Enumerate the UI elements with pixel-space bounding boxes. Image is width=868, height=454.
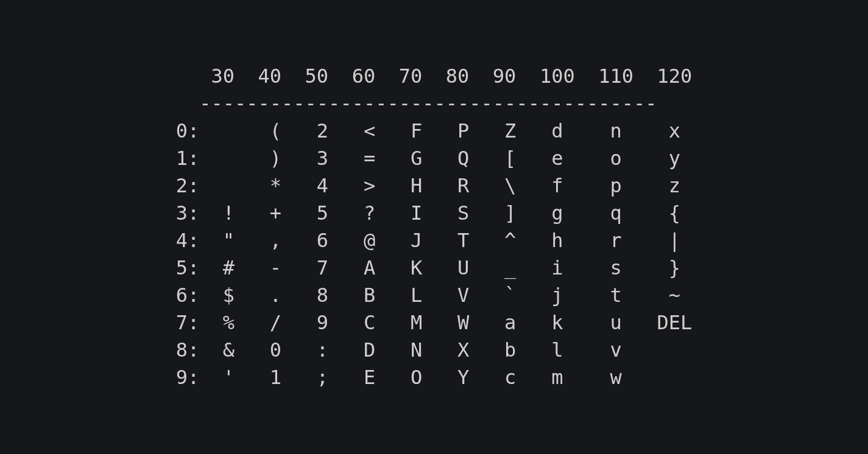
terminal-output: 30 40 50 60 70 80 90 100 110 120 -------… [0,0,868,454]
ascii-table: 30 40 50 60 70 80 90 100 110 120 -------… [176,63,693,391]
